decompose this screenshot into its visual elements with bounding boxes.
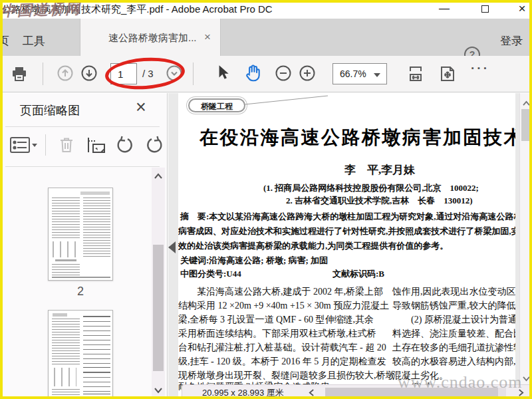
body-left-line: 某沿海高速公路大桥,建成于 2002 年,桥梁上部 (178, 286, 383, 298)
resize-pages-icon[interactable] (86, 136, 106, 154)
body-left-line: 采用桥面连续结构。下部采用双柱式桥墩,柱式桥 (178, 328, 376, 340)
zoom-level-value: 66.7% (340, 68, 366, 79)
chevron-down-icon (374, 73, 380, 77)
column-badge-label: 桥隧工程 (201, 102, 233, 111)
thumbnail-content (83, 316, 110, 368)
scroll-left-icon[interactable] (309, 388, 318, 394)
body-right-line: 较高的水极容易进入结构内部,从 (392, 356, 515, 368)
hand-tool-icon[interactable] (243, 63, 263, 83)
thumbnail-content (52, 319, 80, 365)
minimize-button[interactable]: — (429, 0, 460, 19)
thumbnail-content (53, 241, 79, 257)
previous-page-icon[interactable] (57, 65, 73, 81)
sign-in-button[interactable]: 登录 (500, 33, 523, 49)
body-right-line: (2) 原桥混凝土设计为普通 (392, 314, 515, 326)
tab-tools[interactable]: 工具 (23, 33, 45, 49)
capture-frame (0, 0, 532, 3)
close-window-button[interactable]: × (507, 0, 532, 19)
toolbar-separator (43, 63, 43, 85)
zoom-in-icon[interactable] (299, 65, 315, 81)
abstract-line-2: 病害成因、对应处治技术和实施过程进行了针对性研究,并按照成套技术进行了桥梁加固,… (178, 225, 515, 237)
abstract-line-1: 摘 要:本文以某沿海高速公路跨海大桥的墩柱加固工程为研究对象,通过对沿海高速公路… (180, 211, 515, 223)
help-glyph: ? (469, 49, 475, 56)
page-3-thumbnail[interactable] (48, 310, 113, 399)
thumbnail-content (83, 372, 110, 394)
affiliation-1: (1. 招商局公路网络科技控股股份有限公司,北京 100022; (263, 182, 479, 194)
abstract-line-3: 效的处治该类病害提高桥梁的承载能力,为同类工程提供有价值的参考。 (178, 240, 448, 252)
panel-divider (5, 126, 160, 127)
main-toolbar: / 3 66.7% ··· (0, 56, 532, 92)
panel-divider (5, 166, 160, 167)
maximize-button[interactable] (469, 0, 500, 19)
capture-frame (0, 0, 3, 399)
fit-width-icon[interactable] (407, 65, 424, 82)
thumbnail-content (52, 264, 80, 276)
body-left-line: 台和钻孔灌注桩,打入桩基础。设计荷载汽车 - 超 20 (178, 342, 386, 354)
document-viewport: 桥隧工程 在役沿海高速公路桥墩病害加固技术研究 李 平,李月妹 (1. 招商局公… (168, 93, 532, 399)
thumbnail-content (52, 277, 110, 278)
thumbnail-content (53, 313, 67, 317)
thumbnail-content (55, 259, 76, 261)
thumbnail-content (54, 368, 76, 386)
body-left-line: 级,挂车 - 120 级。本桥于 2016 年 5 月的定期检查发 (178, 356, 386, 368)
daoqiao-watermark: 中国道桥网 (1, 0, 82, 21)
body-left-line: 梁,全桥每 3 孔设置一道 QMF - 60 型伸缩缝,其余 (178, 314, 374, 326)
acrobat-window: 公路桥墩病害加固技术研究_李平.pdf - Adobe Acrobat Pro … (0, 0, 532, 399)
document-code: 文献标识码:B (332, 268, 384, 280)
body-right-line: 蚀作用,因此表现出水位变动区内 (392, 286, 515, 298)
more-tools-icon[interactable]: ··· (471, 61, 489, 76)
next-page-icon[interactable] (81, 65, 97, 81)
print-icon[interactable] (11, 65, 28, 82)
thumbnails-panel: 页面缩略图 × 2 (0, 93, 168, 399)
scroll-up-icon[interactable] (154, 170, 163, 177)
thumbnail-content (80, 192, 110, 195)
tab-document-label: 速公路桥墩病害加... (108, 32, 197, 45)
zoom-level-dropdown[interactable]: 66.7% (332, 63, 387, 84)
badge-rule-line (245, 94, 331, 109)
rotate-counterclockwise-icon[interactable] (116, 136, 136, 154)
zoom-out-icon[interactable] (275, 65, 291, 81)
help-icon[interactable]: ? (464, 47, 480, 56)
red-circle-annotation (104, 55, 186, 92)
tab-document[interactable]: 速公路桥墩病害加... × (80, 19, 221, 56)
panel-scrollbar-thumb[interactable] (153, 245, 164, 371)
tab-bar: 主页 工具 速公路桥墩病害加... × ? 登录 (0, 19, 532, 56)
thumbnail-content (52, 198, 80, 239)
body-right-line: 导致钢筋锈蚀严重,较大的降低了 (392, 300, 515, 312)
panel-close-icon[interactable]: × (136, 97, 146, 118)
tab-close-icon[interactable]: × (204, 31, 211, 44)
body-right-line: 土存在较多的毛细孔道抗渗性较 (392, 342, 515, 354)
thumbnail-options-icon[interactable] (9, 136, 39, 154)
clc-number: 中图分类号:U44 (180, 268, 241, 280)
body-left-line: 结构采用 12 ×20m +9 ×40m +15 × 30m 预应力混凝土 (178, 300, 389, 312)
column-badge: 桥隧工程 (188, 98, 245, 112)
fit-page-icon[interactable] (439, 65, 456, 82)
select-tool-icon[interactable] (214, 64, 231, 81)
page-2-thumbnail[interactable] (48, 188, 113, 281)
affiliation-2: 2. 吉林省交通职业技术学院,吉林 长春 130012) (286, 195, 473, 207)
collapse-panel-button[interactable] (168, 241, 176, 253)
thumbnail-content (83, 198, 110, 259)
pdf-page: 桥隧工程 在役沿海高速公路桥墩病害加固技术研究 李 平,李月妹 (1. 招商局公… (178, 93, 515, 399)
paper-authors: 李 平,李月妹 (344, 162, 415, 178)
capture-frame (529, 0, 532, 399)
maximize-icon (481, 5, 489, 13)
body-left-line: 现桥墩墩身出现开裂、裂缝问题较多且损伤较大,桥墩 (178, 370, 395, 382)
rotate-clockwise-icon[interactable] (145, 136, 165, 154)
panel-separator (45, 134, 46, 156)
cndao-watermark: www.cndao.com (398, 372, 522, 392)
page-2-label: 2 (48, 285, 113, 299)
capture-frame (0, 396, 532, 399)
delete-page-icon[interactable] (57, 136, 77, 154)
paper-title: 在役沿海高速公路桥墩病害加固技术研究 (200, 125, 515, 150)
panel-title: 页面缩略图 (20, 102, 80, 118)
keywords-line: 关键词:沿海高速公路; 桥墩; 病害; 加固 (180, 255, 328, 267)
scroll-down-icon[interactable] (154, 384, 163, 391)
toolbar-separator (193, 63, 194, 85)
body-right-line: 料选择、浇注质量较差、配合比设 (392, 328, 515, 340)
